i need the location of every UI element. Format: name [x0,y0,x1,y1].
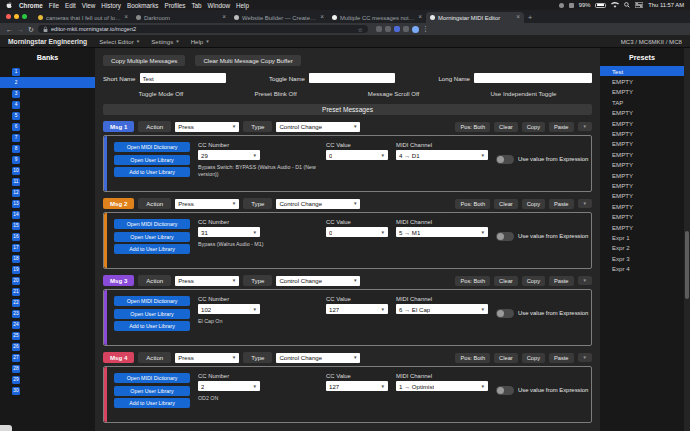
cc-value-select[interactable]: 127 ▼ [326,381,388,391]
status-icon[interactable] [569,3,574,8]
midi-channel-select[interactable]: 5 → M1 ▼ [396,227,488,237]
bank-row[interactable]: 2 [0,77,95,88]
copy-button[interactable]: Copy [522,276,545,286]
bank-row[interactable]: 12 [0,187,95,198]
menubar-item[interactable]: History [101,2,121,9]
bank-row[interactable]: 18 [0,253,95,264]
menubar-item[interactable]: Help [236,2,249,9]
paste-button[interactable]: Paste [549,122,574,132]
position-button[interactable]: Pos: Both [455,353,490,363]
mode-toggle-button[interactable]: Preset Blink Off [254,90,296,97]
preset-row[interactable]: EMPTY [600,211,684,221]
short-name-input[interactable] [140,73,226,83]
long-name-input[interactable] [474,73,592,83]
new-tab-button[interactable]: + [524,12,536,23]
profile-avatar[interactable] [412,26,419,33]
chrome-menu-icon[interactable]: ⋮ [422,25,429,33]
preset-row[interactable]: EMPTY [600,191,684,201]
bank-row[interactable]: 22 [0,297,95,308]
clear-button[interactable]: Clear [494,122,518,132]
cc-value-select[interactable]: 0 ▼ [326,227,388,237]
copy-button[interactable]: Copy [522,353,545,363]
window-close-button[interactable] [6,14,11,19]
bank-row[interactable]: 19 [0,264,95,275]
collapse-button[interactable]: ▼ [578,199,592,208]
open-midi-dictionary-button[interactable]: Open MIDI Dictionary [114,142,190,152]
collapse-button[interactable]: ▼ [578,353,592,362]
open-midi-dictionary-button[interactable]: Open MIDI Dictionary [114,219,190,229]
copy-button[interactable]: Copy [522,199,545,209]
action-select[interactable]: Press ▼ [175,276,239,286]
bank-row[interactable]: 27 [0,352,95,363]
bank-row[interactable]: 13 [0,198,95,209]
preset-row[interactable]: EMPTY [600,201,684,211]
tab-close-icon[interactable]: × [320,14,324,21]
cc-value-select[interactable]: 0 ▼ [326,150,388,160]
cc-number-select[interactable]: 29 ▼ [198,150,260,160]
type-select[interactable]: Control Change ▼ [276,199,360,209]
tab-close-icon[interactable]: × [516,14,520,21]
preset-row[interactable]: TAP [600,97,684,107]
toggle-name-input[interactable] [309,73,395,83]
midi-channel-select[interactable]: 1 → Optimist ▼ [396,381,488,391]
preset-row[interactable]: EMPTY [600,180,684,190]
preset-row[interactable]: EMPTY [600,128,684,138]
preset-row[interactable]: Expr 1 [600,232,684,242]
preset-row[interactable]: Expr 4 [600,263,684,273]
open-midi-dictionary-button[interactable]: Open MIDI Dictionary [114,373,190,383]
control-center-icon[interactable] [635,2,643,8]
bank-row[interactable]: 11 [0,176,95,187]
type-select[interactable]: Control Change ▼ [276,122,360,132]
bank-row[interactable]: 23 [0,308,95,319]
preset-row[interactable]: EMPTY [600,118,684,128]
app-menu-item[interactable]: Settings ▼ [151,38,180,45]
app-menu-item[interactable]: Select Editor ▼ [99,38,140,45]
clear-copy-buffer-button[interactable]: Clear Multi Message Copy Buffer [195,55,300,66]
bank-row[interactable]: 16 [0,231,95,242]
browser-tab[interactable]: Multiple CC messages not se × [328,12,426,23]
cc-number-select[interactable]: 102 ▼ [198,304,260,314]
bank-row[interactable]: 14 [0,209,95,220]
paste-button[interactable]: Paste [549,353,574,363]
add-to-user-library-button[interactable]: Add to User Library [114,321,190,331]
menubar-item[interactable]: View [82,2,96,9]
menubar-clock[interactable]: Thu 11:57 AM [648,2,684,8]
browser-tab[interactable]: Darkroom × [132,12,230,23]
copy-multiple-messages-button[interactable]: Copy Multiple Messages [103,55,185,66]
position-button[interactable]: Pos: Both [455,199,490,209]
cc-number-select[interactable]: 31 ▼ [198,227,260,237]
bank-row[interactable]: 24 [0,319,95,330]
browser-tab[interactable]: Morningstar MIDI Editor × [426,12,524,23]
expression-toggle[interactable] [496,232,514,241]
type-select[interactable]: Control Change ▼ [276,353,360,363]
preset-row[interactable]: EMPTY [600,170,684,180]
clear-button[interactable]: Clear [494,353,518,363]
paste-button[interactable]: Paste [549,276,574,286]
expression-toggle[interactable] [496,309,514,318]
menubar-item[interactable]: Tab [191,2,201,9]
mode-toggle-button[interactable]: Message Scroll Off [368,90,419,97]
scrollbar-thumb[interactable] [685,231,689,299]
open-user-library-button[interactable]: Open User Library [114,155,190,165]
bank-row[interactable]: 7 [0,132,95,143]
extension-icon[interactable] [376,26,382,32]
spotlight-search-icon[interactable] [624,2,630,8]
copy-button[interactable]: Copy [522,122,545,132]
bank-row[interactable]: 1 [0,66,95,77]
preset-row[interactable]: Expr 3 [600,253,684,263]
apple-logo-icon[interactable] [6,1,13,9]
clear-button[interactable]: Clear [494,276,518,286]
bank-row[interactable]: 17 [0,242,95,253]
action-select[interactable]: Press ▼ [175,199,239,209]
bookmark-star-icon[interactable]: ☆ [357,26,362,33]
bank-row[interactable]: 30 [0,385,95,396]
action-select[interactable]: Press ▼ [175,353,239,363]
open-user-library-button[interactable]: Open User Library [114,309,190,319]
open-midi-dictionary-button[interactable]: Open MIDI Dictionary [114,296,190,306]
add-to-user-library-button[interactable]: Add to User Library [114,398,190,408]
add-to-user-library-button[interactable]: Add to User Library [114,167,190,177]
cc-number-select[interactable]: 2 ▼ [198,381,260,391]
expression-toggle[interactable] [496,155,514,164]
bank-row[interactable]: 15 [0,220,95,231]
preset-row[interactable]: Expr 2 [600,243,684,253]
